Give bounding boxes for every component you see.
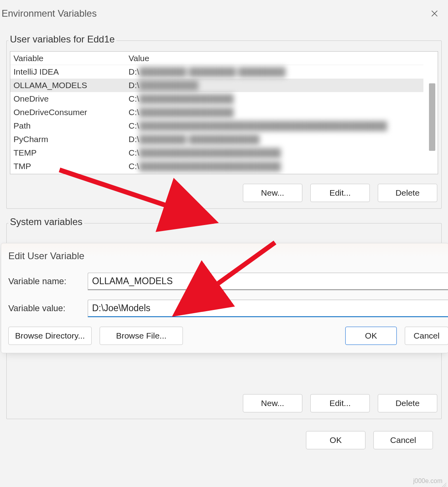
var-value-cell: C:\████████████████████████ — [129, 162, 423, 171]
browse-file-button[interactable]: Browse File... — [100, 327, 183, 345]
var-name-cell: OLLAMA_MODELS — [13, 81, 129, 90]
user-variables-label: User variables for Edd1e — [8, 34, 116, 45]
variable-value-label: Variable value: — [8, 303, 88, 314]
var-name-cell: Path — [13, 121, 129, 131]
var-value-cell: D:\██████████ — [129, 81, 423, 90]
dialog-title: Edit User Variable — [8, 250, 448, 262]
dialog-cancel-button[interactable]: Cancel — [405, 327, 448, 345]
var-value-cell: C:\████████████████ — [129, 94, 423, 104]
variable-name-label: Variable name: — [8, 276, 88, 287]
variable-name-row: Variable name: — [8, 273, 448, 290]
resize-grip-icon[interactable] — [441, 480, 446, 485]
var-value-cell: C:\████████████████ — [129, 108, 423, 117]
variable-value-field[interactable] — [88, 300, 448, 317]
table-row[interactable]: OneDriveConsumerC:\████████████████ — [10, 106, 423, 119]
main-area: User variables for Edd1e Variable Value … — [0, 27, 448, 456]
outer-button-row: OK Cancel — [6, 431, 433, 449]
outer-cancel-button[interactable]: Cancel — [373, 431, 433, 449]
edit-user-variable-dialog: Edit User Variable Variable name: Variab… — [1, 243, 448, 353]
table-row[interactable]: TMPC:\████████████████████████ — [10, 160, 423, 173]
new-button[interactable]: New... — [243, 184, 302, 202]
header-variable[interactable]: Variable — [13, 54, 129, 63]
scrollbar-thumb[interactable] — [429, 83, 435, 151]
var-name-cell: OneDrive — [13, 94, 129, 104]
var-name-cell: IntelliJ IDEA — [13, 67, 129, 77]
dialog-button-row: Browse Directory... Browse File... OK Ca… — [8, 327, 448, 345]
titlebar: Environment Variables — [0, 0, 448, 27]
table-row[interactable]: PathC:\█████████████████████████████████… — [10, 119, 423, 133]
variable-name-field[interactable] — [88, 273, 448, 290]
window-title: Environment Variables — [2, 8, 97, 19]
var-name-cell: TEMP — [13, 148, 129, 158]
close-icon[interactable] — [426, 5, 443, 22]
var-value-cell: C:\█████████████████████████████████████… — [129, 121, 423, 131]
table-row[interactable]: OneDriveC:\████████████████ — [10, 92, 423, 106]
var-value-cell: D:\████████ ████████████ — [129, 135, 423, 144]
edit-button[interactable]: Edit... — [310, 184, 370, 202]
system-vars-button-row: New... Edit... Delete — [10, 394, 438, 412]
header-value[interactable]: Value — [129, 54, 423, 63]
variable-value-row: Variable value: — [8, 300, 448, 317]
table-row[interactable]: PyCharmD:\████████ ████████████ — [10, 133, 423, 146]
system-variables-label: System variables — [8, 216, 84, 227]
delete-button[interactable]: Delete — [378, 184, 437, 202]
var-name-cell: OneDriveConsumer — [13, 108, 129, 117]
browse-directory-button[interactable]: Browse Directory... — [8, 327, 92, 345]
watermark: j000e.com — [413, 477, 442, 485]
list-header: Variable Value — [10, 52, 423, 65]
var-name-cell: TMP — [13, 162, 129, 171]
var-value-cell: C:\████████████████████████ — [129, 148, 423, 158]
user-variables-group: User variables for Edd1e Variable Value … — [6, 40, 442, 209]
outer-ok-button[interactable]: OK — [306, 431, 365, 449]
system-new-button[interactable]: New... — [243, 394, 302, 412]
user-variables-list[interactable]: Variable Value IntelliJ IDEAD:\████████ … — [10, 51, 438, 174]
var-value-cell: D:\████████ ████████ ████████ — [129, 67, 423, 77]
dialog-ok-button[interactable]: OK — [345, 327, 397, 345]
system-edit-button[interactable]: Edit... — [310, 394, 370, 412]
system-delete-button[interactable]: Delete — [378, 394, 437, 412]
table-row[interactable]: OLLAMA_MODELSD:\██████████ — [10, 79, 423, 92]
var-name-cell: PyCharm — [13, 135, 129, 144]
table-row[interactable]: TEMPC:\████████████████████████ — [10, 146, 423, 160]
table-row[interactable]: IntelliJ IDEAD:\████████ ████████ ██████… — [10, 65, 423, 79]
user-vars-button-row: New... Edit... Delete — [10, 184, 438, 202]
